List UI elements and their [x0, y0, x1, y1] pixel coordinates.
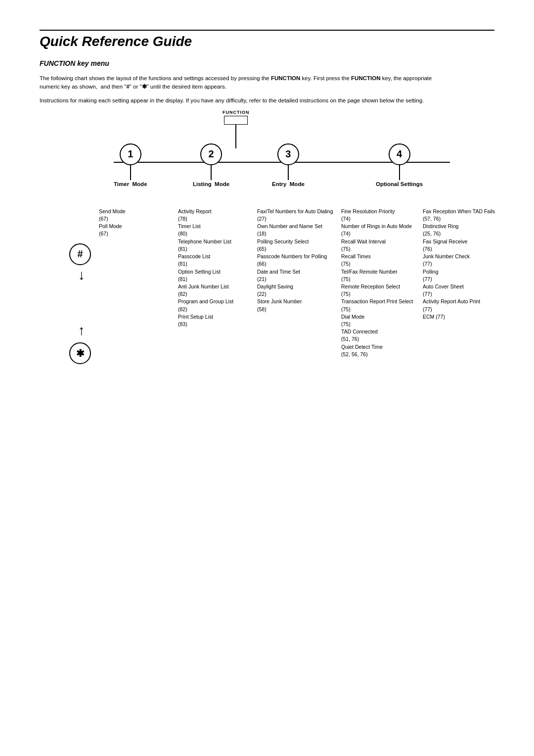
- entry-item-4: Passcode Numbers for Polling(66): [257, 253, 339, 268]
- timer-item-2-page: (67): [99, 231, 108, 236]
- title-divider: [40, 30, 494, 31]
- listing-item-3: Telephone Number List(81): [178, 238, 260, 253]
- arrow-down-icon: ↓: [78, 267, 85, 283]
- opt-left-item-2: Number of Rings in Auto Mode(74): [341, 223, 418, 237]
- circle-4: 4: [389, 143, 410, 165]
- mode-label-2: Listing Mode: [193, 181, 229, 187]
- function-box: [224, 116, 248, 125]
- timer-item-1-title: Send Mode: [99, 208, 126, 214]
- branch-line-3: [288, 165, 289, 180]
- function-text: FUNCTION: [222, 110, 250, 115]
- main-vertical-line: [235, 125, 236, 148]
- entry-item-1: Fax/Tel Numbers for Auto Dialing(27): [257, 208, 339, 223]
- entry-item-7: Store Junk Number(58): [257, 298, 339, 313]
- listing-item-2: Timer List(80): [178, 223, 260, 237]
- intro-paragraph-2: Instructions for making each setting app…: [40, 96, 445, 105]
- listing-mode-content: Activity Report(78) Timer List(80) Telep…: [178, 208, 260, 329]
- opt-right-item-1: Fax Reception When TAD Fails(57, 76): [423, 208, 504, 223]
- page-title: Quick Reference Guide: [40, 34, 494, 49]
- optional-right-content: Fax Reception When TAD Fails(57, 76) Dis…: [423, 208, 504, 321]
- timer-item-2-title: Poll Mode: [99, 223, 122, 229]
- circle-2: 2: [200, 143, 222, 165]
- listing-item-5: Option Setting List(81): [178, 268, 260, 283]
- opt-left-item-6: Remote Reception Select(75): [341, 283, 418, 298]
- circle-4-group: 4 Optional Settings: [376, 143, 423, 187]
- opt-left-item-10: Quiet Detect Time(52, 56, 76): [341, 343, 418, 358]
- opt-right-item-2: Distinctive Ring(25, 76): [423, 223, 504, 237]
- arrow-up-icon: ↑: [78, 323, 85, 338]
- entry-item-3: Polling Security Select(65): [257, 238, 339, 253]
- listing-item-8: Print Setup List(83): [178, 313, 260, 328]
- opt-right-item-8: ECM (77): [423, 313, 504, 321]
- mode-label-4: Optional Settings: [376, 181, 423, 187]
- branch-line-4: [399, 165, 400, 180]
- section-title: FUNCTION key menu: [40, 59, 494, 67]
- listing-item-6: Anti Junk Number List(82): [178, 283, 260, 298]
- opt-left-item-8: Dial Mode(75): [341, 313, 418, 328]
- optional-left-content: Fine Resolution Priority(74) Number of R…: [341, 208, 418, 358]
- star-symbol: ✱: [69, 342, 91, 364]
- mode-label-1: Timer Mode: [114, 181, 147, 187]
- function-key-label: FUNCTION: [222, 110, 250, 148]
- circle-1: 1: [120, 143, 141, 165]
- opt-left-item-4: Recall Times(75): [341, 253, 418, 268]
- circle-2-group: 2 Listing Mode: [193, 143, 229, 187]
- opt-left-item-3: Recall Wait Interval(75): [341, 238, 418, 253]
- opt-right-item-7: Activity Report Auto Print(77): [423, 298, 504, 313]
- mode-label-3: Entry Mode: [272, 181, 305, 187]
- intro-paragraph-1: The following chart shows the layout of …: [40, 74, 445, 92]
- timer-item-1-page: (67): [99, 216, 108, 222]
- listing-item-4: Passcode List(81): [178, 253, 260, 268]
- hash-symbol: #: [69, 243, 91, 265]
- entry-item-6: Daylight Saving(22): [257, 283, 339, 298]
- opt-left-item-7: Transaction Report Print Select(75): [341, 298, 418, 313]
- opt-left-item-1: Fine Resolution Priority(74): [341, 208, 418, 223]
- opt-right-item-3: Fax Signal Receive(76): [423, 238, 504, 253]
- branch-line-1: [130, 165, 131, 180]
- timer-item-1: Send Mode (67): [99, 208, 176, 223]
- opt-right-item-5: Polling(77): [423, 268, 504, 283]
- listing-item-1: Activity Report(78): [178, 208, 260, 223]
- opt-right-item-6: Auto Cover Sheet(77): [423, 283, 504, 298]
- entry-mode-content: Fax/Tel Numbers for Auto Dialing(27) Own…: [257, 208, 339, 313]
- circle-1-group: 1 Timer Mode: [114, 143, 147, 187]
- timer-item-2: Poll Mode (67): [99, 223, 176, 237]
- circle-3: 3: [277, 143, 299, 165]
- branch-line-2: [211, 165, 212, 180]
- function-diagram: FUNCTION # ↓ ↑ ✱ 1 Timer Mode 2 Listing …: [40, 110, 494, 516]
- entry-item-5: Date and Time Set(21): [257, 268, 339, 283]
- opt-left-item-5: Tel/Fax Remote Number(75): [341, 268, 418, 283]
- opt-left-item-9: TAD Connected(51, 76): [341, 328, 418, 343]
- entry-item-2: Own Number and Name Set(18): [257, 223, 339, 237]
- opt-right-item-4: Junk Number Check(77): [423, 253, 504, 268]
- listing-item-7: Program and Group List(82): [178, 298, 260, 313]
- circle-3-group: 3 Entry Mode: [272, 143, 305, 187]
- timer-mode-content: Send Mode (67) Poll Mode (67): [99, 208, 176, 238]
